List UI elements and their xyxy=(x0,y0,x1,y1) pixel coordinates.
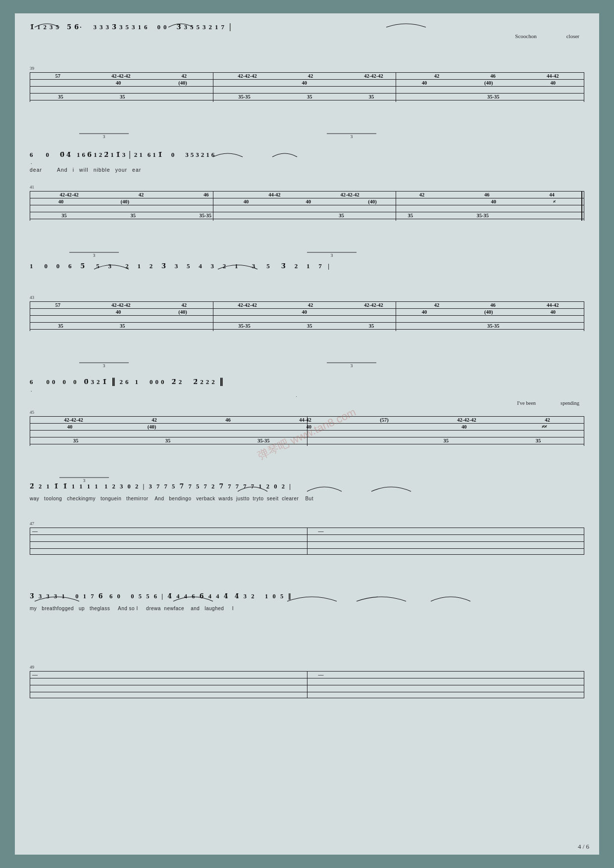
slur-decorations xyxy=(30,18,584,32)
measure39-container: 39 57 42-42-42 42 42-42-42 xyxy=(30,72,584,102)
measure-label-41: 41 xyxy=(30,185,34,190)
sec11-slurs xyxy=(30,588,584,606)
sec7-dot: · xyxy=(30,388,584,394)
staff-row3: 35 35 35-35 35 35 35-35 xyxy=(30,94,584,99)
section-measure41: 41 42-42-42 42 46 44-42 42-42-42 xyxy=(30,184,584,221)
sec5-slurs xyxy=(30,258,584,273)
tab-staff-39: 57 42-42-42 42 42-42-42 42 42-42-42 42 4… xyxy=(30,72,584,102)
s43-row2: 40 (40) 40 40 (40) 40 xyxy=(30,309,584,315)
s43-row3: 35 35 35-35 35 35 35-35 xyxy=(30,323,584,329)
measure-label-45: 45 xyxy=(30,410,34,415)
s41-row3: 35 35 35-35 35 35 35-35 xyxy=(30,213,584,218)
measure-label-47: 47 xyxy=(30,521,34,526)
tab-staff-41: 42-42-42 42 46 44-42 42-42-42 42 46 44 4… xyxy=(30,191,584,221)
section-3-numbers: 6 0 0̄ 4̄ 1 6 6̄ 1 2 2̄ 1 1̄ 3 | 2 1 6 1… xyxy=(30,146,584,173)
measure-label-43: 43 xyxy=(30,295,34,300)
triplet-45: 3 xyxy=(30,444,584,450)
top-num-row: 1̄ 1 2 3 5 5̄ 6̄· 3 3 3 3̄ 3 5 3 1 6 0 0… xyxy=(30,18,584,32)
triplet-43: 3 3 xyxy=(30,329,584,335)
section-7-numbers: 6 0 0 0 0 0̄ 3 2 1̄ ‖ 2 6 1 0 0 0 2̄ 2 2… xyxy=(30,373,584,406)
page: 弹琴吧 www.tan8.com 4 / 6 1̄ 1 2 3 5 5̄ 6̄ xyxy=(15,13,599,855)
sec9-lyrics: way toolong checkingmy tonguein themirro… xyxy=(30,496,584,501)
tab-staff-45: 42-42-42 42 46 44-42 (57) 42-42-42 42 40… xyxy=(30,416,584,446)
svg-text:3: 3 xyxy=(103,363,105,368)
top-lyrics: Scoochon closer xyxy=(30,33,584,39)
staff-row1: 57 42-42-42 42 42-42-42 42 42-42-42 42 4… xyxy=(30,73,584,79)
measure41-container: 41 42-42-42 42 46 44-42 42-42-42 xyxy=(30,191,584,221)
sec9-num-row: 2̄ 2 1 1̄ 1̄ 1 1 1 1 1 2 3 0 2 | 3 7 7 5… xyxy=(30,479,584,496)
sec3-num-row: 6 0 0̄ 4̄ 1 6 6̄ 1 2 2̄ 1 1̄ 3 | 2 1 6 1… xyxy=(30,146,584,161)
section-measure45: 45 42-42-42 42 46 44-42 (57) 42-42-42 42 xyxy=(30,409,584,446)
s45-row2: 40 (40) 40 40 𝄎𝄎 xyxy=(30,424,584,430)
section-5-numbers: 1 0 0 6 5̄ 5 3 2 1 2 3̄ 3 5 4 3 2 1 3 5 … xyxy=(30,258,584,273)
section-measure49: 49 — — xyxy=(30,664,584,698)
sec3-slurs xyxy=(30,146,584,161)
sec7-num-row: 6 0 0 0 0 0̄ 3 2 1̄ ‖ 2 6 1 0 0 0 2̄ 2 2… xyxy=(30,373,584,388)
triplet-41: 3 3 xyxy=(30,219,584,225)
triplet-brackets: 3 3 xyxy=(30,100,584,106)
sec7-lyrics: I've been spending xyxy=(30,400,584,406)
sec11-lyrics: my breathfogged up theglass And so I dre… xyxy=(30,606,584,611)
sec11-num-row: 3̄ 3 3 3 1 0 1 7 6̄ 6 0 0 5 5 6 | 4̄ 4 4… xyxy=(30,588,584,606)
lyric-closer: closer xyxy=(566,33,579,39)
s43-row1: 57 42-42-42 42 42-42-42 42 42-42-42 42 4… xyxy=(30,302,584,308)
tab-staff-49: — — xyxy=(30,671,584,698)
s41-row1: 42-42-42 42 46 44-42 42-42-42 42 46 44 xyxy=(30,192,584,197)
s45-row3: 35 35 35-35 35 35 xyxy=(30,438,584,443)
sec7-repeat-dots: · xyxy=(296,394,584,399)
section-measure43: 43 57 42-42-42 42 42-42-42 42 42-42-42 xyxy=(30,294,584,331)
s45-row1: 42-42-42 42 46 44-42 (57) 42-42-42 42 xyxy=(30,417,584,423)
svg-text:3: 3 xyxy=(103,134,105,139)
s41-row2: 40 (40) 40 40 (40) 40 𝄎 xyxy=(30,199,584,205)
svg-text:3: 3 xyxy=(351,363,353,368)
measure43-container: 43 57 42-42-42 42 42-42-42 42 42-42-42 xyxy=(30,301,584,331)
section-measure47: 47 — — xyxy=(30,521,584,555)
measure-label-49: 49 xyxy=(30,665,34,670)
tab-staff-47: — — xyxy=(30,528,584,555)
section-top-numbers: 1̄ 1 2 3 5 5̄ 6̄· 3 3 3 3̄ 3 5 3 1 6 0 0… xyxy=(30,18,584,39)
svg-text:3: 3 xyxy=(93,253,96,258)
sec3-dot: · xyxy=(30,161,584,166)
page-number: 4 / 6 xyxy=(578,843,589,851)
section-11-numbers: 3̄ 3 3 3 1 0 1 7 6̄ 6 0 0 5 5 6 | 4̄ 4 4… xyxy=(30,588,584,611)
sec7-nums: 6 0 0 0 0 0̄ 3 2 1̄ ‖ 2 6 1 0 0 0 2̄ 2 2… xyxy=(30,373,584,386)
sec9-slurs xyxy=(30,479,584,496)
section-9-numbers: 2̄ 2 1 1̄ 1̄ 1 1 1 1 1 2 3 0 2 | 3 7 7 5… xyxy=(30,479,584,501)
lyric-scoochon: Scoochon xyxy=(515,33,536,39)
measure49-container: 49 — — xyxy=(30,671,584,698)
measure-label-39: 39 xyxy=(30,66,34,71)
sec5-num-row: 1 0 0 6 5̄ 5 3 2 1 2 3̄ 3 5 4 3 2 1 3 5 … xyxy=(30,258,584,273)
svg-text:3: 3 xyxy=(351,134,353,139)
sec3-lyrics: dear And i will nibble your ear xyxy=(30,167,584,173)
staff-row2: 40 (40) 40 40 (40) 40 xyxy=(30,80,584,86)
lyric-ivebeen: I've been xyxy=(517,400,536,406)
measure45-container: 45 42-42-42 42 46 44-42 (57) 42-42-42 42 xyxy=(30,416,584,446)
section-measure39: 39 57 42-42-42 42 42-42-42 xyxy=(30,65,584,102)
svg-text:3: 3 xyxy=(331,253,333,258)
tab-staff-43: 57 42-42-42 42 42-42-42 42 42-42-42 42 4… xyxy=(30,301,584,331)
measure47-container: 47 — — xyxy=(30,528,584,555)
lyric-spending: spending xyxy=(561,400,579,406)
